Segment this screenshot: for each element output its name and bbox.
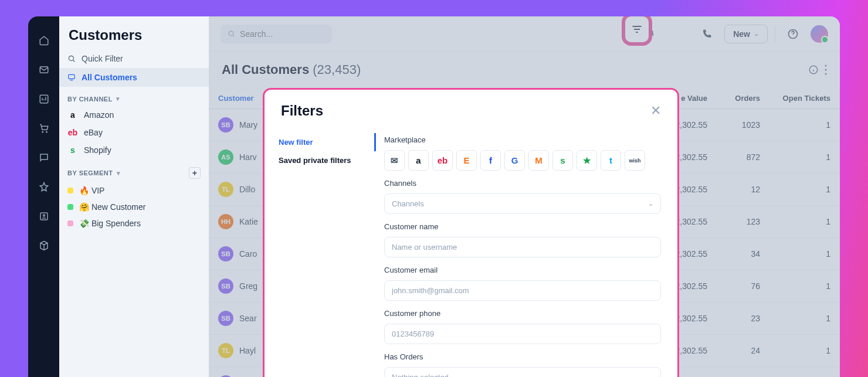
customer-email-label: Customer email	[384, 266, 661, 274]
mail-icon[interactable]	[39, 64, 49, 77]
marketplace-amazon[interactable]: a	[408, 150, 429, 171]
customer-name-input[interactable]	[384, 237, 661, 257]
monitor-icon	[67, 73, 76, 81]
channel-amazon[interactable]: aAmazon	[59, 106, 209, 124]
marketplace-etsy[interactable]: E	[456, 150, 477, 171]
marketplace-twitter[interactable]: t	[601, 150, 621, 171]
svg-point-2	[42, 131, 43, 133]
by-segment-header: BY SEGMENT▾ +	[59, 159, 209, 182]
svg-point-3	[46, 131, 47, 133]
chat-icon[interactable]	[39, 152, 49, 165]
chevron-down-icon: ⌄	[648, 373, 653, 377]
channel-shopify[interactable]: sShopify	[59, 141, 209, 159]
customer-phone-label: Customer phone	[384, 309, 661, 318]
marketplace-trustpilot[interactable]: ★	[577, 150, 597, 171]
chart-icon[interactable]	[39, 94, 49, 107]
sidebar: Customers Quick Filter All Customers BY …	[59, 16, 209, 377]
search-icon	[67, 55, 76, 63]
has-orders-label: Has Orders	[384, 352, 661, 361]
marketplace-message[interactable]: ✉	[384, 150, 405, 171]
marketplace-facebook[interactable]: f	[480, 150, 501, 171]
marketplace-label: Marketplace	[384, 135, 661, 144]
channels-label: Channels	[384, 179, 661, 188]
customer-name-label: Customer name	[384, 222, 661, 231]
marketplace-magento[interactable]: M	[528, 150, 549, 171]
channel-ebay[interactable]: ebeBay	[59, 124, 209, 141]
customer-email-input[interactable]	[384, 280, 661, 301]
marketplace-ebay[interactable]: eb	[432, 150, 453, 171]
by-channel-header: BY CHANNEL▾	[59, 87, 209, 106]
segment-item[interactable]: 🤗 New Customer	[59, 199, 209, 215]
segment-item[interactable]: 💸 Big Spenders	[59, 215, 209, 232]
chevron-down-icon: ▾	[117, 169, 121, 177]
modal-sidebar: New filter Saved private filters	[265, 125, 376, 377]
page-title: Customers	[59, 16, 209, 49]
chevron-down-icon: ⌄	[648, 200, 653, 208]
segment-item[interactable]: 🔥 VIP	[59, 182, 209, 199]
all-customers[interactable]: All Customers	[59, 68, 209, 87]
channels-select[interactable]: Channels⌄	[384, 193, 661, 214]
amazon-icon: a	[67, 110, 78, 120]
saved-filters-tab[interactable]: Saved private filters	[265, 151, 376, 169]
home-icon[interactable]	[39, 35, 49, 48]
new-filter-tab[interactable]: New filter	[265, 133, 376, 151]
has-orders-select[interactable]: Nothing selected⌄	[384, 367, 661, 377]
modal-title: Filters	[281, 103, 323, 119]
close-icon[interactable]: ✕	[650, 103, 661, 118]
svg-point-5	[43, 215, 45, 216]
users-icon[interactable]	[39, 211, 49, 224]
marketplace-shopify[interactable]: s	[552, 150, 573, 171]
shopify-icon: s	[67, 145, 78, 155]
filters-modal: Filters ✕ New filter Saved private filte…	[263, 88, 679, 377]
customer-phone-input[interactable]	[384, 324, 661, 344]
nav-rail	[28, 16, 59, 377]
segment-dot	[67, 220, 73, 226]
segment-dot	[67, 204, 73, 210]
marketplace-wish[interactable]: wish	[625, 150, 645, 171]
box-icon[interactable]	[39, 240, 49, 253]
star-icon[interactable]	[39, 182, 49, 195]
chevron-down-icon: ▾	[116, 95, 120, 103]
svg-rect-7	[69, 74, 75, 79]
marketplace-google[interactable]: G	[504, 150, 525, 171]
ebay-icon: eb	[67, 127, 78, 138]
quick-filter[interactable]: Quick Filter	[59, 49, 209, 68]
add-segment-button[interactable]: +	[189, 167, 201, 179]
svg-point-6	[69, 56, 73, 60]
cart-icon[interactable]	[39, 123, 49, 136]
segment-dot	[67, 188, 73, 193]
